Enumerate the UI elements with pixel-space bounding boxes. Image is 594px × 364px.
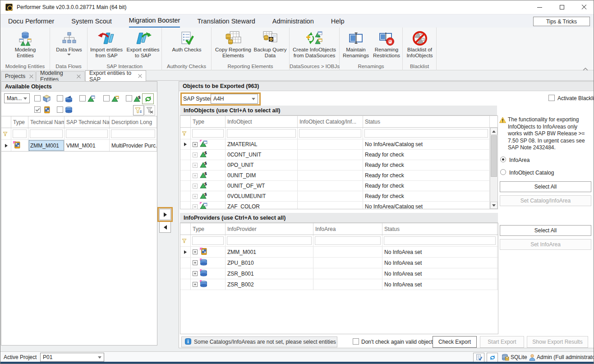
filter-characteristic-checkbox[interactable] xyxy=(79,95,86,101)
check-export-button[interactable]: Check Export xyxy=(433,336,477,348)
menu-migration-booster[interactable]: Migration Booster xyxy=(129,14,180,28)
auth-checks-button[interactable]: Auth Checks xyxy=(169,30,205,53)
clear-filter-button[interactable] xyxy=(144,105,155,115)
cell-sap-technical-name[interactable]: VMM_M001 xyxy=(64,140,110,151)
data-flows-button[interactable]: Data Flows xyxy=(51,30,87,55)
cell-infoprovider[interactable]: ZSR_B002 xyxy=(226,279,313,290)
cell-infoprovider[interactable]: ZPU_B010 xyxy=(226,258,313,268)
database-label[interactable]: SQLite xyxy=(511,354,527,360)
tab-projects[interactable]: Projects xyxy=(1,71,36,81)
scroll-down-icon[interactable] xyxy=(490,202,497,209)
cell-infoobject[interactable]: 0PO_UNIT xyxy=(226,160,298,170)
table-row[interactable]: ZSR_B002 No InfoArea set xyxy=(180,279,498,290)
infoarea-radio[interactable] xyxy=(500,157,506,162)
modeling-entities-button[interactable]: Modeling Entities xyxy=(7,30,43,59)
cell-technical-name[interactable]: ZMM_M001 xyxy=(28,140,64,151)
expand-icon[interactable] xyxy=(193,282,198,287)
infoobject-catalog-radio[interactable] xyxy=(500,169,506,175)
cell-description[interactable]: MultiProvider Purc... xyxy=(110,140,157,151)
tab-modeling-entities[interactable]: Modeling Entities xyxy=(36,71,85,81)
sap-system-dropdown[interactable]: A4H xyxy=(211,94,258,104)
column-type[interactable]: Type xyxy=(11,116,28,128)
column-status[interactable]: Status xyxy=(382,223,497,235)
dont-check-again-checkbox[interactable] xyxy=(353,338,359,345)
expand-icon[interactable] xyxy=(193,204,198,209)
table-row[interactable]: ZSR_B001 No InfoArea set xyxy=(180,268,498,279)
cell-catalog[interactable] xyxy=(298,191,363,201)
vertical-scrollbar[interactable] xyxy=(490,128,497,209)
start-export-button[interactable]: Start Export xyxy=(480,336,524,348)
cell-catalog[interactable] xyxy=(298,170,363,180)
activate-blacklist-checkbox[interactable] xyxy=(548,95,555,101)
log-report-button[interactable] xyxy=(473,353,484,362)
cell-catalog[interactable] xyxy=(298,139,363,149)
set-catalog-infoarea-button[interactable]: Set Catalog/InfoArea xyxy=(500,195,591,206)
apply-filter-button[interactable] xyxy=(133,105,144,115)
refresh-objects-button[interactable] xyxy=(142,93,154,104)
column-description-long[interactable]: Description Long xyxy=(110,116,157,128)
filter-dso-checkbox[interactable] xyxy=(57,95,63,101)
scrollbar-thumb[interactable] xyxy=(491,135,497,177)
table-row[interactable]: $ 0UNIT_OF_WT Ready for check xyxy=(180,181,497,191)
cell-infoprovider[interactable]: ZSR_B001 xyxy=(226,268,313,279)
expand-icon[interactable] xyxy=(193,163,198,168)
menu-system-scout[interactable]: System Scout xyxy=(71,14,111,28)
scroll-up-icon[interactable] xyxy=(490,128,497,135)
filter-multiprovider-checkbox[interactable] xyxy=(34,106,41,113)
expand-icon[interactable] xyxy=(193,271,198,276)
sync-button[interactable] xyxy=(487,353,498,362)
table-row[interactable]: $ 0UNIT_DIM Ready for check xyxy=(180,170,497,181)
cell-infoobject[interactable]: ZMATERIAL xyxy=(226,139,298,149)
column-infoarea[interactable]: InfoArea xyxy=(313,223,382,235)
column-status[interactable]: Status xyxy=(363,116,490,127)
move-right-button[interactable] xyxy=(159,209,171,220)
expand-icon[interactable] xyxy=(193,184,198,189)
table-row[interactable]: ZAF_COLOR No InfoArea/Catalog set xyxy=(180,202,497,209)
table-row[interactable]: $ 0CONT_UNIT Ready for check xyxy=(180,150,497,160)
cell-catalog[interactable] xyxy=(298,202,363,209)
backup-query-data-button[interactable]: Backup Query Data xyxy=(253,30,287,59)
table-row[interactable]: ZMM_M001 No InfoArea set xyxy=(180,247,498,258)
tips-tricks-button[interactable]: Tips & Tricks xyxy=(533,17,590,26)
table-row[interactable]: ZMATERIAL No InfoArea/Catalog set xyxy=(180,139,497,150)
table-row[interactable]: $ 0VOLUMEUNIT Ready for check xyxy=(180,191,497,202)
cell-infoarea[interactable] xyxy=(313,279,382,290)
table-row[interactable]: $ 0PO_UNIT Ready for check xyxy=(180,160,497,170)
user-label[interactable]: Admin (Full administrator) xyxy=(537,354,594,360)
tab-export-entities-to-sap[interactable]: Export entities to SAP xyxy=(85,70,146,81)
column-sap-technical-name[interactable]: SAP Technical Na... xyxy=(64,116,110,128)
column-type[interactable]: Type xyxy=(191,223,226,235)
minimize-button[interactable] xyxy=(529,0,550,14)
export-entities-button[interactable]: Export entities to SAP xyxy=(125,30,161,59)
column-infoprovider[interactable]: InfoProvider xyxy=(226,223,313,235)
column-infoobject[interactable]: InfoObject xyxy=(226,116,298,127)
tab-close-icon[interactable] xyxy=(29,74,33,78)
tab-close-icon[interactable] xyxy=(138,74,142,78)
infoproviders-select-all-button[interactable]: Select All xyxy=(500,225,591,236)
menu-translation-steward[interactable]: Translation Steward xyxy=(197,14,255,28)
object-type-dropdown[interactable]: Man... xyxy=(4,93,30,103)
tab-close-icon[interactable] xyxy=(77,74,81,78)
expand-icon[interactable] xyxy=(193,142,198,147)
cell-infoarea[interactable] xyxy=(313,268,382,279)
collapse-ribbon-icon[interactable] xyxy=(583,65,587,67)
menu-help[interactable]: Help xyxy=(331,14,345,28)
menu-docu-performer[interactable]: Docu Performer xyxy=(8,14,54,28)
maximize-button[interactable] xyxy=(552,0,572,14)
cell-infoarea[interactable] xyxy=(313,258,382,268)
menu-administration[interactable]: Administration xyxy=(272,14,314,28)
filter-char-catalog-checkbox[interactable] xyxy=(103,95,110,101)
blacklist-infoobjects-button[interactable]: Blacklist of InfoObjects xyxy=(404,30,436,59)
cell-catalog[interactable] xyxy=(298,160,363,170)
cell-infoobject[interactable]: 0UNIT_DIM xyxy=(226,170,298,180)
cell-catalog[interactable] xyxy=(298,181,363,191)
expand-icon[interactable] xyxy=(193,173,198,178)
filter-adso-checkbox[interactable] xyxy=(57,106,63,113)
filter-key-figure-checkbox[interactable] xyxy=(126,95,132,101)
set-infoarea-button[interactable]: Set InfoArea xyxy=(500,239,591,250)
cell-infoobject[interactable]: 0CONT_UNIT xyxy=(226,150,298,160)
cell-infoprovider[interactable]: ZMM_M001 xyxy=(226,247,313,257)
column-technical-name[interactable]: Technical Name xyxy=(28,116,64,128)
move-left-button[interactable] xyxy=(159,221,171,233)
cell-infoarea[interactable] xyxy=(313,247,382,257)
